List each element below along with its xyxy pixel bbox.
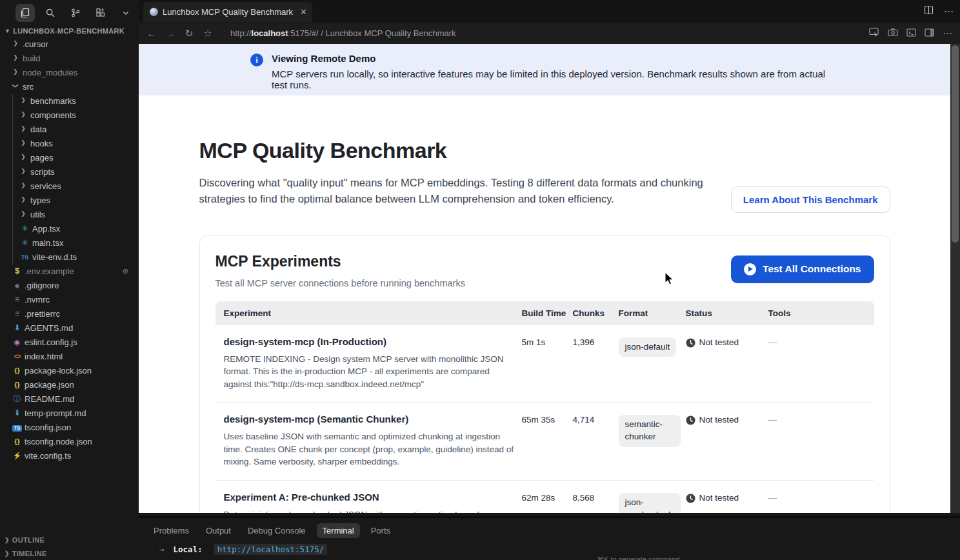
tree-folder-data[interactable]: ❯data [0, 122, 139, 136]
tree-folder-hooks[interactable]: ❯hooks [0, 136, 139, 150]
tree-file-AGENTS.md[interactable]: ⬇AGENTS.md [0, 321, 139, 335]
terminal-output-line: → Local: http://localhost:5175/ [159, 544, 960, 555]
tree-folder-build[interactable]: ❯build [0, 51, 139, 65]
status-badge: Not tested [699, 415, 739, 425]
scrollbar-thumb[interactable] [952, 45, 959, 243]
timeline-section[interactable]: ❯ TIMELINE [0, 546, 139, 560]
browser-tab[interactable]: Lunchbox MCP Quality Benchmark ✕ [143, 2, 312, 22]
test-all-connections-button[interactable]: Test All Connections [731, 255, 874, 283]
files-icon[interactable] [15, 4, 35, 22]
chevron-right-icon: ❯ [19, 182, 27, 188]
tsconfig-icon: TS [12, 423, 23, 432]
tree-folder-components[interactable]: ❯components [0, 108, 139, 122]
play-icon [744, 263, 756, 275]
tree-item-label: README.md [25, 394, 74, 404]
star-icon[interactable]: ☆ [202, 28, 214, 39]
tree-folder-src[interactable]: ❯src [0, 79, 139, 94]
git-icon: ◆ [12, 281, 23, 289]
tree-file-index.html[interactable]: <>index.html [0, 349, 139, 363]
views-chevron-icon[interactable] [116, 4, 135, 22]
tree-item-label: hooks [30, 139, 53, 148]
panel-tab-output[interactable]: Output [200, 523, 237, 538]
tree-file-vite.config.ts[interactable]: ⚡vite.config.ts [0, 448, 139, 463]
info-banner: i Viewing Remote Demo MCP servers run lo… [139, 44, 950, 95]
close-icon[interactable]: ✕ [300, 7, 307, 17]
table-row[interactable]: design-system-mcp (Semantic Chunker) Use… [215, 403, 874, 481]
extensions-icon[interactable] [91, 4, 110, 22]
more-actions-icon[interactable]: ⋯ [943, 28, 952, 39]
chunks: 1,396 [573, 336, 619, 391]
tree-folder-benchmarks[interactable]: ❯benchmarks [0, 94, 139, 108]
tree-folder-.cursor[interactable]: ❯.cursor [0, 37, 139, 51]
live-preview-icon[interactable] [869, 28, 879, 39]
tree-item-label: pages [30, 153, 53, 163]
back-icon[interactable]: ← [146, 28, 157, 39]
more-actions-icon[interactable]: ⋯ [944, 6, 954, 17]
table-row[interactable]: design-system-mcp (In-Production) REMOTE… [215, 325, 874, 403]
tree-item-label: eslint.config.js [25, 337, 77, 347]
tree-folder-scripts[interactable]: ❯scripts [0, 165, 139, 179]
tree-file-tsconfig.json[interactable]: TStsconfig.json [0, 420, 139, 434]
tree-file-.env.example[interactable]: $.env.example⊘ [0, 264, 139, 278]
tree-file-App.tsx[interactable]: ⚛App.tsx [0, 221, 139, 235]
tree-folder-services[interactable]: ❯services [0, 179, 139, 193]
project-root-header[interactable]: ▼ LUNCHBOX-MCP-BENCHMARK [0, 23, 139, 38]
panel-tab-debug-console[interactable]: Debug Console [242, 523, 312, 538]
source-control-icon[interactable] [66, 4, 85, 22]
url-display[interactable]: http://localhost:5175/#/ / Lunchbox MCP … [230, 28, 456, 38]
tree-item-label: tsconfig.node.json [25, 437, 92, 446]
split-view-icon[interactable] [925, 28, 934, 39]
column-header: Build Time [522, 308, 573, 318]
search-icon[interactable] [41, 4, 60, 22]
indent-guide [12, 94, 13, 265]
tree-file-tsconfig.node.json[interactable]: {}tsconfig.node.json [0, 434, 139, 448]
tree-item-label: scripts [30, 167, 55, 177]
panel-tab-ports[interactable]: Ports [365, 523, 396, 538]
chevron-right-icon: ❯ [19, 196, 27, 203]
screenshot-icon[interactable] [888, 28, 898, 39]
tree-folder-types[interactable]: ❯types [0, 193, 139, 207]
env-icon: $ [12, 267, 23, 275]
tree-file-temp-prompt.md[interactable]: ⬇temp-prompt.md [0, 406, 139, 420]
learn-about-benchmark-button[interactable]: Learn About This Benchmark [731, 186, 890, 213]
tab-title: Lunchbox MCP Quality Benchmark [163, 7, 295, 17]
open-devtools-icon[interactable] [906, 28, 916, 39]
tree-item-label: types [30, 195, 50, 205]
reload-icon[interactable]: ↻ [183, 28, 195, 39]
tree-file-package-lock.json[interactable]: {}package-lock.json [0, 363, 139, 377]
tree-file-vite-env.d.ts[interactable]: TSvite-env.d.ts [0, 250, 139, 264]
tree-file-eslint.config.js[interactable]: ◉eslint.config.js [0, 335, 139, 349]
build-time: 65m 35s [522, 414, 573, 468]
clock-icon [686, 494, 695, 503]
tree-file-package.json[interactable]: {}package.json [0, 377, 139, 392]
split-editor-icon[interactable] [924, 5, 934, 17]
tree-file-README.md[interactable]: ⓘREADME.md [0, 392, 139, 406]
tree-file-main.tsx[interactable]: ⚛main.tsx [0, 235, 139, 250]
format-badge: json-prechunked [619, 493, 681, 513]
tree-folder-utils[interactable]: ❯utils [0, 207, 139, 221]
tools-cell: — [768, 336, 866, 391]
panel-tab-problems[interactable]: Problems [148, 523, 195, 538]
tree-item-label: build [23, 54, 40, 63]
timeline-label: TIMELINE [12, 550, 47, 557]
tree-file-.nvmrc[interactable]: ≡.nvmrc [0, 292, 139, 306]
generate-command-hint: ⌘K to generate command [597, 555, 679, 560]
panel-tab-terminal[interactable]: Terminal [317, 523, 360, 538]
bottom-panel: ProblemsOutputDebug ConsoleTerminalPorts… [139, 516, 960, 560]
outline-section[interactable]: ❯ OUTLINE [0, 533, 139, 546]
tree-folder-pages[interactable]: ❯pages [0, 150, 139, 165]
tree-folder-node_modules[interactable]: ❯node_modules [0, 65, 139, 79]
page-scrollbar[interactable] [950, 44, 960, 513]
chevron-right-icon: ❯ [5, 537, 10, 543]
terminal-local-url[interactable]: http://localhost:5175/ [214, 544, 328, 555]
tree-file-.gitignore[interactable]: ◆.gitignore [0, 278, 139, 292]
chevron-down-icon: ▼ [5, 28, 10, 34]
experiments-table: Experiment Build Time Chunks Format Stat… [215, 301, 874, 514]
config-lines-icon: ≡ [12, 310, 23, 317]
forward-icon[interactable]: → [165, 28, 176, 39]
chevron-right-icon: ❯ [19, 97, 27, 103]
vite-icon: ⚡ [12, 452, 23, 459]
react-icon: ⚛ [19, 239, 30, 246]
table-row[interactable]: Experiment A: Pre-chunked JSON Determini… [215, 481, 874, 513]
tree-file-.prettierrc[interactable]: ≡.prettierrc [0, 306, 139, 321]
